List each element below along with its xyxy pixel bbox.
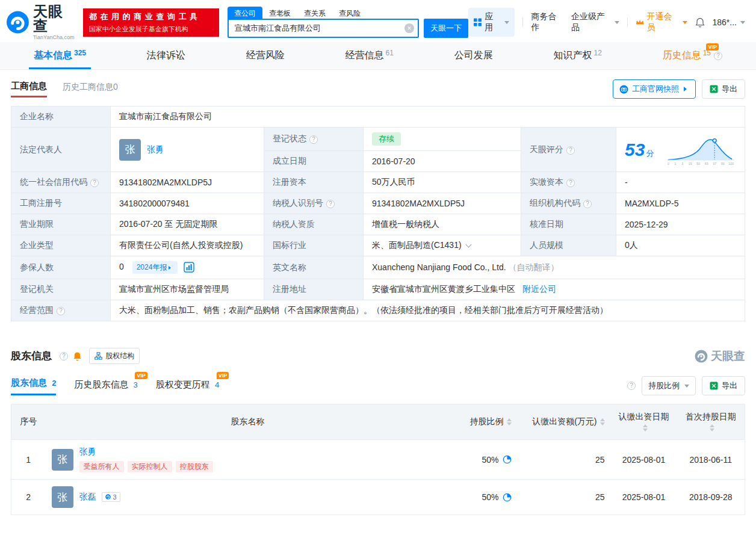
column-header-sortable[interactable]: 持股比例 bbox=[450, 404, 518, 440]
sort-icon[interactable] bbox=[643, 424, 648, 431]
search-button[interactable]: 天眼一下 bbox=[424, 19, 468, 38]
camera-icon bbox=[619, 85, 628, 94]
nav-business-cooperation[interactable]: 商务合作 bbox=[531, 11, 563, 33]
export-shareholders-button[interactable]: 导出 bbox=[702, 376, 745, 395]
tab-label: 法律诉讼 bbox=[147, 49, 185, 62]
avatar[interactable]: 张 bbox=[52, 449, 73, 471]
subscribe-bell-icon[interactable] bbox=[73, 351, 82, 361]
chevron-down-icon bbox=[683, 21, 687, 24]
english-name: Xuancheng Nanjiang Food Co., Ltd. bbox=[372, 262, 506, 272]
help-icon[interactable]: ? bbox=[60, 352, 68, 360]
business-info-toolbar: 工商信息 历史工商信息0 工商官网快照 导出 bbox=[0, 70, 756, 106]
tab-intellectual-property[interactable]: 知识产权 12 bbox=[548, 42, 606, 69]
tab-history-registration[interactable]: 历史工商信息0 bbox=[63, 82, 118, 96]
field-label: 经营范围? bbox=[11, 300, 111, 321]
clear-search-icon[interactable]: ✕ bbox=[404, 23, 414, 33]
tab-operation-info[interactable]: 经营信息 61 bbox=[340, 42, 398, 69]
nearby-companies-link[interactable]: 附近公司 bbox=[522, 284, 556, 294]
ratio-cell: 50% bbox=[450, 440, 518, 480]
trend-chart-icon[interactable] bbox=[184, 262, 194, 273]
column-label: 认缴出资日期 bbox=[619, 412, 669, 421]
tab-business-registration[interactable]: 工商信息 bbox=[11, 81, 47, 97]
score-distribution-chart: 0 1 3 15 50 65 97 99 100 bbox=[665, 133, 736, 167]
export-button[interactable]: 导出 bbox=[702, 79, 745, 99]
role-tag[interactable]: 控股股东 bbox=[176, 461, 213, 472]
excel-export-icon bbox=[710, 85, 718, 93]
help-icon[interactable]: ? bbox=[90, 179, 99, 187]
industry-value: 米、面制品制造(C1431) bbox=[372, 240, 462, 250]
field-label: 国标行业 bbox=[264, 235, 364, 256]
nav-enterprise-products[interactable]: 企业级产品 bbox=[571, 11, 619, 33]
user-phone: 186*... bbox=[713, 17, 737, 27]
tianyancha-logo[interactable]: 天眼查 TianYanCha.com bbox=[6, 4, 77, 40]
column-header-sortable[interactable]: 首次持股日期 bbox=[677, 404, 745, 440]
help-icon[interactable]: ? bbox=[326, 200, 335, 208]
tab-count: 4 bbox=[215, 380, 219, 389]
field-label: 企业名称 bbox=[11, 107, 111, 128]
business-scope: 大米、面粉制品加工、销售；农副产品购销（不含国家限营商品）。（依法须经批准的项目… bbox=[111, 300, 745, 321]
table-row: 1 张 张勇 受益所有人 实际控制人 控股股东 bbox=[11, 440, 745, 480]
help-icon[interactable]: ? bbox=[566, 146, 575, 155]
ratio-filter-dropdown[interactable]: 持股比例 bbox=[642, 376, 696, 395]
tab-label: 基本信息 bbox=[34, 49, 72, 62]
help-icon[interactable]: ? bbox=[627, 382, 636, 390]
avatar[interactable]: 张 bbox=[119, 139, 141, 161]
notifications-bell-icon[interactable] bbox=[695, 17, 705, 28]
help-icon[interactable]: ? bbox=[57, 307, 65, 315]
official-snapshot-button[interactable]: 工商官网快照 bbox=[613, 79, 696, 99]
related-companies-badge[interactable]: 3 bbox=[102, 492, 120, 502]
field-label: 登记机关 bbox=[11, 279, 111, 300]
establish-date: 2016-07-20 bbox=[364, 151, 521, 172]
help-icon[interactable]: ? bbox=[309, 135, 318, 144]
triangle-right-icon bbox=[684, 87, 689, 91]
equity-structure-button[interactable]: 股权结构 bbox=[89, 348, 140, 364]
field-label: 英文名称 bbox=[264, 256, 364, 279]
organization-code: MA2MXLDP-5 bbox=[616, 193, 745, 214]
help-icon[interactable]: ? bbox=[714, 52, 722, 60]
svg-text:15: 15 bbox=[689, 162, 692, 165]
sort-icon[interactable] bbox=[710, 424, 714, 431]
user-account-menu[interactable]: 186*... bbox=[713, 17, 745, 27]
avatar[interactable]: 张 bbox=[52, 486, 73, 508]
registration-status-cell: 存续 bbox=[364, 128, 521, 151]
tab-basic-info[interactable]: 基本信息 325 bbox=[29, 42, 91, 69]
pie-chart-icon[interactable] bbox=[503, 455, 512, 464]
credit-code: 91341802MA2MXLDP5J bbox=[111, 172, 264, 193]
pie-chart-icon[interactable] bbox=[503, 493, 512, 502]
sort-icon[interactable] bbox=[600, 418, 605, 425]
search-input[interactable] bbox=[228, 19, 419, 38]
apps-menu-button[interactable]: 应用 bbox=[468, 8, 515, 37]
registered-capital: 50万人民币 bbox=[364, 172, 521, 193]
column-header-sortable[interactable]: 认缴出资额(万元) bbox=[518, 404, 611, 440]
role-tag[interactable]: 受益所有人 bbox=[79, 461, 124, 472]
help-icon[interactable]: ? bbox=[566, 179, 575, 187]
tab-operation-risk[interactable]: 经营风险 bbox=[241, 42, 290, 69]
tab-history-info[interactable]: VIP 历史信息 15 ? bbox=[658, 42, 727, 69]
industry-cell[interactable]: 米、面制品制造(C1431) bbox=[364, 235, 521, 256]
tab-shareholders[interactable]: 股东信息 2 bbox=[11, 375, 56, 395]
tab-equity-change-history[interactable]: VIP 股权变更历程 4 bbox=[156, 377, 219, 395]
help-icon[interactable]: ? bbox=[583, 200, 592, 208]
tianyancha-logo-icon bbox=[695, 350, 708, 363]
column-header-sortable[interactable]: 认缴出资日期 bbox=[611, 404, 677, 440]
tab-history-shareholders[interactable]: VIP 历史股东信息 3 bbox=[74, 377, 137, 395]
annual-report-badge[interactable]: 2024年报 bbox=[132, 261, 178, 274]
tyc-score-cell[interactable]: 53分 0 1 3 15 50 65 97 99 bbox=[616, 128, 745, 172]
shareholder-name-link[interactable]: 张磊 bbox=[79, 492, 96, 501]
field-label: 天眼评分? bbox=[521, 128, 616, 172]
column-label: 持股比例 bbox=[470, 416, 504, 426]
column-header: 股东名称 bbox=[46, 404, 450, 440]
row-index: 1 bbox=[11, 440, 46, 480]
legal-representative-link[interactable]: 张勇 bbox=[147, 144, 164, 155]
tab-label: 历史工商信息 bbox=[63, 82, 113, 91]
company-name: 宣城市南江食品有限公司 bbox=[111, 107, 745, 128]
tab-legal-proceedings[interactable]: 法律诉讼 bbox=[142, 42, 190, 69]
shareholder-name-link[interactable]: 张勇 bbox=[79, 447, 213, 457]
role-tag[interactable]: 实际控制人 bbox=[128, 461, 172, 472]
tab-company-development[interactable]: 公司发展 bbox=[450, 42, 498, 69]
svg-text:1: 1 bbox=[675, 162, 677, 165]
apps-grid-icon bbox=[474, 18, 482, 26]
tab-count: 325 bbox=[74, 49, 86, 57]
open-vip-link[interactable]: 开通会员 bbox=[636, 11, 687, 33]
sort-icon[interactable] bbox=[507, 418, 512, 425]
